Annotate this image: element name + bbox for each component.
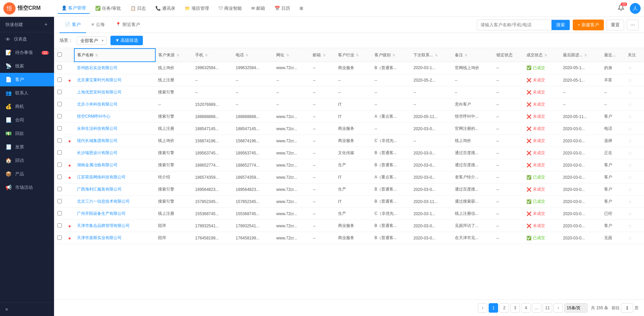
row-checkbox[interactable]	[57, 138, 62, 143]
follow-star-icon[interactable]: ☆	[628, 199, 632, 204]
notification-button[interactable]: 23	[616, 3, 626, 13]
sidebar-item-dashboard[interactable]: 👁 仪表盘	[0, 32, 54, 46]
customer-name-link[interactable]: 永和生活科技有限公司	[77, 126, 118, 131]
nav-item-customer-mgmt[interactable]: 👤 客户管理	[57, 3, 90, 14]
page-btn-1[interactable]: 1	[489, 303, 498, 313]
follow-star-icon[interactable]: ☆	[628, 187, 632, 192]
customer-name-link[interactable]: 北京小米科技有限公司	[77, 102, 118, 107]
customer-name-link[interactable]: 上海优思安科技有限公司	[77, 90, 122, 94]
nav-item-contacts[interactable]: 📞 通讯录	[151, 3, 179, 13]
customer-name-link[interactable]: 广西海利汇服装有限公司	[77, 187, 122, 192]
new-customer-button[interactable]: + 新建客户	[573, 20, 603, 30]
follow-star-icon[interactable]: ☆	[628, 78, 632, 83]
sort-next-contact-icon[interactable]: ⇅	[435, 53, 438, 57]
follow-star-icon[interactable]: ☆	[628, 163, 632, 168]
nav-item-tasks[interactable]: ✅ 任务/审批	[91, 3, 125, 13]
row-checkbox[interactable]	[57, 211, 62, 216]
scene-select-wrap[interactable]: 全部客户	[77, 36, 106, 45]
sidebar-item-campaigns[interactable]: 📢 市场活动	[0, 181, 54, 194]
follow-star-icon[interactable]: ☆	[628, 126, 632, 132]
sidebar-item-visits[interactable]: 🏠 回访	[0, 154, 54, 167]
sort-level-icon[interactable]: ⇅	[392, 53, 395, 57]
nav-item-journal[interactable]: 📋 日志	[126, 3, 150, 13]
sort-phone-icon[interactable]: ⇅	[246, 53, 248, 57]
sort-mobile-icon[interactable]: ⇅	[205, 53, 208, 57]
follow-star-icon[interactable]: ☆	[628, 175, 632, 180]
customer-name-link[interactable]: 北京康宝莱时代有限公司	[77, 78, 122, 82]
row-checkbox[interactable]	[57, 187, 62, 191]
row-checkbox[interactable]	[57, 199, 62, 203]
customer-name-link[interactable]: 广州开阳设备生产有限公司	[77, 211, 126, 216]
customer-name-link[interactable]: 天津市派斯实业有限公司	[77, 235, 122, 240]
reset-button[interactable]: 重置	[607, 20, 624, 30]
row-checkbox[interactable]	[57, 102, 62, 106]
row-checkbox[interactable]	[57, 223, 62, 228]
search-input[interactable]	[477, 22, 551, 27]
advanced-filter-button[interactable]: ▼ 高级筛选	[110, 36, 143, 45]
customer-name-link[interactable]: 长沙瑞恩设计有限公司	[77, 150, 118, 155]
search-button[interactable]: 搜索	[551, 20, 570, 30]
row-checkbox[interactable]	[57, 90, 62, 94]
goto-input[interactable]	[621, 303, 633, 313]
follow-star-icon[interactable]: ☆	[628, 211, 632, 217]
sidebar-item-customers[interactable]: 📄 客户	[0, 73, 54, 86]
customer-name-link[interactable]: 湖南金属冶炼有限公司	[77, 163, 118, 167]
tab-nearby-customers[interactable]: 📍 附近客户	[110, 17, 146, 33]
sort-name-icon[interactable]: ⇅	[95, 53, 98, 57]
select-all-checkbox[interactable]	[57, 52, 62, 57]
page-size-select[interactable]: 15条/页 30条/页 50条/页	[564, 303, 588, 313]
sort-source-icon[interactable]: ⇅	[177, 53, 179, 57]
scene-select[interactable]: 全部客户	[77, 36, 106, 45]
tab-customers[interactable]: 📄 客户	[59, 17, 86, 33]
customer-name-link[interactable]: 悟空CRM呼叫中心	[77, 114, 110, 119]
follow-star-icon[interactable]: ☆	[628, 235, 632, 241]
page-btn-4[interactable]: 4	[521, 303, 531, 313]
sort-note-icon[interactable]: ⇅	[465, 53, 467, 57]
customer-name-link[interactable]: 苏州皓石实业有限公司	[77, 65, 118, 70]
nav-item-more[interactable]: ⊞	[295, 4, 307, 13]
sidebar-collapse-button[interactable]: ≡	[0, 303, 54, 316]
sidebar-item-contacts[interactable]: 👥 联系人	[0, 86, 54, 100]
page-btn-3[interactable]: 3	[510, 303, 520, 313]
sidebar-item-products[interactable]: 📦 产品	[0, 167, 54, 181]
row-checkbox[interactable]	[57, 175, 62, 179]
sidebar-item-contracts[interactable]: 📃 合同	[0, 113, 54, 127]
row-checkbox[interactable]	[57, 126, 62, 131]
follow-star-icon[interactable]: ☆	[628, 150, 632, 156]
quick-create-button[interactable]: 快速创建 ＋	[0, 17, 54, 32]
follow-star-icon[interactable]: ☆	[628, 90, 632, 95]
sidebar-item-invoices[interactable]: 🧾 发票	[0, 140, 54, 154]
row-checkbox[interactable]	[57, 78, 62, 82]
sort-industry-icon[interactable]: ⇅	[356, 53, 359, 57]
sort-progress-icon[interactable]: ⇅	[584, 53, 587, 57]
customer-name-link[interactable]: 江苏荣昌网络科技有限公司	[77, 175, 126, 179]
sort-deal-icon[interactable]: ⇅	[544, 53, 547, 57]
nav-item-projects[interactable]: 📁 项目管理	[181, 3, 213, 13]
row-checkbox[interactable]	[57, 150, 62, 155]
page-btn-ellipsis[interactable]: ...	[532, 303, 541, 313]
sidebar-item-payments[interactable]: 💵 回款	[0, 127, 54, 140]
nav-item-bi[interactable]: 🛡 商业智能	[214, 3, 246, 13]
follow-star-icon[interactable]: ☆	[628, 102, 632, 107]
more-options-button[interactable]: ···	[627, 20, 639, 30]
page-btn-2[interactable]: 2	[499, 303, 509, 313]
customer-name-link[interactable]: 北京三六一信息技术有限公司	[77, 199, 130, 204]
nav-item-calendar[interactable]: 📅 日历	[271, 3, 294, 13]
next-page-button[interactable]: ›	[553, 303, 563, 313]
row-checkbox[interactable]	[57, 65, 62, 69]
customer-name-link[interactable]: 现代长城集团有限公司	[77, 138, 118, 143]
follow-star-icon[interactable]: ☆	[628, 114, 632, 119]
sidebar-item-leads[interactable]: 📡 线索	[0, 59, 54, 73]
nav-item-mail[interactable]: ✉ 邮箱	[247, 3, 269, 13]
prev-page-button[interactable]: ‹	[478, 303, 487, 313]
sort-email-icon[interactable]: ⇅	[323, 53, 326, 57]
sidebar-item-todo[interactable]: 📝 待办事项 11	[0, 46, 54, 59]
follow-star-icon[interactable]: ☆	[628, 138, 632, 144]
row-checkbox[interactable]	[57, 235, 62, 240]
sidebar-item-opportunities[interactable]: 💰 商机	[0, 100, 54, 113]
tab-public-sea[interactable]: ≡ 公海	[86, 17, 110, 33]
row-checkbox[interactable]	[57, 114, 62, 118]
customer-name-link[interactable]: 天津市集合品牌管理有限公司	[77, 223, 130, 228]
follow-star-icon[interactable]: ☆	[628, 65, 632, 70]
avatar[interactable]: 人	[630, 3, 641, 14]
